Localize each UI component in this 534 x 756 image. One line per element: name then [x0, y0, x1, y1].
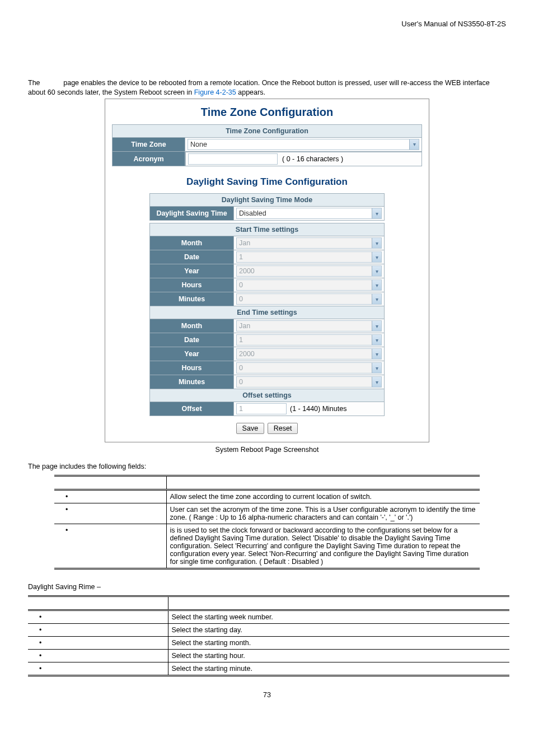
start-year-value: 2000: [239, 267, 255, 275]
bullet-icon: •: [39, 652, 41, 660]
dst-select[interactable]: Disabled ▾: [236, 208, 382, 219]
bullet-icon: •: [39, 639, 41, 647]
t1-desc-2: is is used to set the clock forward or b…: [166, 524, 480, 569]
end-year-select[interactable]: 2000▾: [236, 348, 382, 360]
save-button[interactable]: Save: [236, 423, 265, 434]
tz-config-table: Time Zone Configuration Time Zone None ▾…: [112, 124, 422, 167]
start-month-label: Month: [150, 236, 234, 250]
start-minutes-value: 0: [239, 295, 243, 303]
acronym-input[interactable]: [188, 153, 278, 165]
end-date-label: Date: [150, 333, 234, 347]
intro-paragraph: The page enables the device to be reboot…: [28, 78, 506, 97]
end-date-value: 1: [239, 336, 243, 344]
offset-hint: (1 - 1440) Minutes: [290, 405, 346, 413]
bullet-icon: •: [65, 526, 68, 534]
end-minutes-value: 0: [239, 378, 243, 386]
start-time-header: Start Time settings: [150, 223, 385, 236]
end-month-select[interactable]: Jan▾: [236, 320, 382, 332]
chevron-down-icon: ▾: [372, 208, 381, 218]
start-hours-select[interactable]: 0▾: [236, 279, 382, 291]
start-time-table: Start Time settings Month Jan▾ Date 1▾ Y…: [149, 223, 385, 416]
bullet-icon: •: [39, 665, 41, 673]
page-number: 73: [28, 691, 506, 699]
end-year-value: 2000: [239, 350, 255, 358]
chevron-down-icon: ▾: [372, 252, 381, 262]
acronym-hint: ( 0 - 16 characters ): [282, 155, 343, 163]
dst-select-value: Disabled: [239, 209, 266, 217]
bullet-icon: •: [65, 493, 68, 501]
tz-label: Time Zone: [113, 137, 185, 151]
t2-desc-2: Select the starting month.: [168, 637, 509, 650]
chevron-down-icon: ▾: [372, 294, 381, 304]
fields-table-2: •Select the starting week number. •Selec…: [28, 595, 509, 676]
dst-mode-header: Daylight Saving Time Mode: [150, 194, 385, 207]
start-date-label: Date: [150, 250, 234, 264]
start-month-value: Jan: [239, 239, 250, 247]
t2-desc-3: Select the starting hour.: [168, 650, 509, 662]
end-hours-select[interactable]: 0▾: [236, 362, 382, 374]
tz-select-value: None: [190, 141, 207, 148]
screenshot-panel: Time Zone Configuration Time Zone Config…: [105, 99, 429, 443]
end-date-select[interactable]: 1▾: [236, 334, 382, 346]
screenshot-caption: System Reboot Page Screenshot: [28, 446, 506, 454]
end-year-label: Year: [150, 347, 234, 361]
doc-header: User's Manual of NS3550-8T-2S: [28, 20, 506, 28]
intro-text-c: appears.: [238, 88, 265, 96]
reset-button[interactable]: Reset: [268, 423, 298, 434]
offset-label: Offset: [150, 402, 234, 416]
tz-config-title: Time Zone Configuration: [112, 106, 422, 119]
offset-input[interactable]: [236, 403, 287, 414]
intro-text-a: The: [28, 79, 40, 87]
chevron-down-icon: ▾: [372, 266, 381, 276]
dst-subheader: Daylight Saving Rime –: [28, 583, 506, 591]
start-date-value: 1: [239, 253, 243, 261]
t2-desc-4: Select the starting minute.: [168, 662, 509, 676]
end-minutes-select[interactable]: 0▾: [236, 376, 382, 388]
start-hours-label: Hours: [150, 278, 234, 292]
t1-desc-0: Allow select the time zone according to …: [166, 490, 480, 503]
figure-link[interactable]: Figure 4-2-35: [194, 88, 236, 96]
start-year-select[interactable]: 2000▾: [236, 265, 382, 277]
chevron-down-icon: ▾: [409, 139, 419, 150]
t1-head-desc: [166, 476, 480, 490]
bullet-icon: •: [39, 626, 41, 634]
t2-desc-1: Select the starting day.: [168, 624, 509, 637]
end-month-label: Month: [150, 319, 234, 333]
chevron-down-icon: ▾: [372, 238, 381, 248]
chevron-down-icon: ▾: [372, 321, 381, 331]
chevron-down-icon: ▾: [372, 349, 381, 359]
end-time-header: End Time settings: [150, 306, 385, 319]
t2-head-desc: [168, 596, 509, 610]
dst-config-title: Daylight Saving Time Configuration: [149, 176, 385, 188]
start-year-label: Year: [150, 264, 234, 278]
chevron-down-icon: ▾: [372, 335, 381, 345]
t2-desc-0: Select the starting week number.: [168, 610, 509, 624]
t2-head-obj: [28, 596, 168, 610]
fields-intro: The page includes the following fields:: [28, 463, 506, 470]
bullet-icon: •: [65, 506, 68, 514]
dst-mode-table: Daylight Saving Time Mode Daylight Savin…: [149, 193, 385, 221]
tz-section-header: Time Zone Configuration: [113, 124, 422, 137]
t1-head-obj: [54, 476, 166, 490]
start-month-select[interactable]: Jan▾: [236, 237, 382, 249]
end-hours-value: 0: [239, 364, 243, 372]
start-date-select[interactable]: 1▾: [236, 251, 382, 263]
end-minutes-label: Minutes: [150, 375, 234, 389]
chevron-down-icon: ▾: [372, 377, 381, 387]
start-minutes-label: Minutes: [150, 292, 234, 306]
end-month-value: Jan: [239, 322, 250, 330]
tz-select[interactable]: None ▾: [188, 139, 419, 150]
dst-label: Daylight Saving Time: [150, 207, 234, 221]
acronym-label: Acronym: [113, 151, 185, 166]
start-hours-value: 0: [239, 281, 243, 289]
start-minutes-select[interactable]: 0▾: [236, 293, 382, 305]
chevron-down-icon: ▾: [372, 280, 381, 290]
t1-desc-1: User can set the acronym of the time zon…: [166, 503, 480, 524]
chevron-down-icon: ▾: [372, 363, 381, 373]
end-hours-label: Hours: [150, 361, 234, 375]
bullet-icon: •: [39, 613, 41, 621]
fields-table-1: •Allow select the time zone according to…: [54, 475, 480, 570]
offset-header: Offset settings: [150, 389, 385, 402]
